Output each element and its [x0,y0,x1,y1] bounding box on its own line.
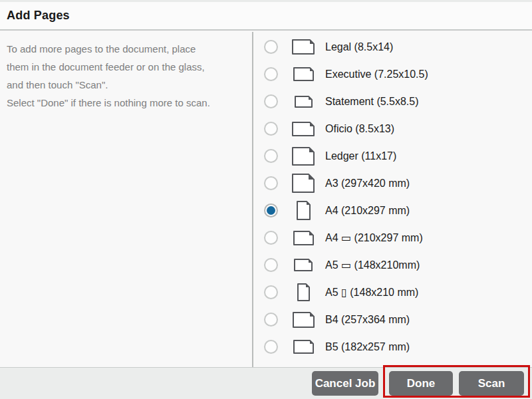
page-landscape-icon [288,147,319,166]
page-landscape-icon [288,39,319,55]
content-area: To add more pages to the document, place… [0,32,532,367]
page-portrait-icon [288,283,319,301]
paper-size-option[interactable]: A5 ▭ (148x210mm) [253,251,532,279]
paper-size-label: A4 (210x297 mm) [325,205,410,217]
instructions-text: and then touch "Scan". [7,76,245,94]
paper-size-option[interactable]: A4 ▭ (210x297 mm) [253,224,532,251]
paper-size-option[interactable]: Statement (5.5x8.5) [253,88,532,115]
paper-size-label: Legal (8.5x14) [325,41,393,53]
paper-size-label: B5 (182x257 mm) [325,341,410,353]
paper-size-label: A4 ▭ (210x297 mm) [325,231,423,244]
page-landscape-icon [288,231,319,245]
radio-unselected[interactable] [264,67,278,81]
radio-selected[interactable] [264,203,278,217]
radio-unselected[interactable] [264,176,278,190]
paper-size-label: Statement (5.5x8.5) [325,96,419,108]
page-landscape-icon [288,67,319,81]
page-landscape-icon [288,259,319,271]
paper-size-label: A5 ▭ (148x210mm) [325,259,420,271]
page-landscape-icon [288,122,319,136]
instructions-text: them in the document feeder or on the gl… [7,58,245,76]
page-title: Add Pages [7,9,70,23]
paper-size-option[interactable]: B5 (182x257 mm) [253,333,532,360]
page-landscape-icon [288,96,319,108]
paper-size-option[interactable]: A5 ▯ (148x210 mm) [253,279,532,306]
paper-size-option[interactable]: Legal (8.5x14) [253,33,532,61]
paper-size-option[interactable]: A3 (297x420 mm) [253,170,532,197]
paper-size-list: Legal (8.5x14)Executive (7.25x10.5)State… [253,32,532,367]
paper-size-option[interactable]: Executive (7.25x10.5) [253,61,532,88]
action-bar: Cancel Job Done Scan [0,367,532,399]
header: Add Pages [0,2,532,31]
page-landscape-icon [288,340,319,354]
paper-size-option[interactable]: B4 (257x364 mm) [253,306,532,333]
page-landscape-icon [288,174,319,193]
radio-unselected[interactable] [264,313,278,327]
add-pages-screen: Add Pages To add more pages to the docum… [0,0,532,399]
paper-size-label: B4 (257x364 mm) [325,314,410,326]
done-button[interactable]: Done [389,371,453,396]
instructions-text: To add more pages to the document, place [7,40,245,58]
paper-size-option[interactable]: Ledger (11x17) [253,142,532,170]
paper-size-option[interactable]: A4 (210x297 mm) [253,197,532,224]
paper-size-option[interactable]: Oficio (8.5x13) [253,115,532,142]
radio-unselected[interactable] [264,40,278,54]
paper-size-label: Ledger (11x17) [325,150,396,162]
page-portrait-icon [288,201,319,220]
radio-unselected[interactable] [264,231,278,245]
radio-unselected[interactable] [264,340,278,354]
radio-unselected[interactable] [264,258,278,272]
instructions-text: Select "Done" if there is nothing more t… [7,94,245,112]
paper-size-option[interactable] [253,360,532,367]
scan-button[interactable]: Scan [459,371,524,396]
paper-size-label: A5 ▯ (148x210 mm) [325,286,418,299]
page-landscape-icon [288,312,319,328]
radio-unselected[interactable] [264,149,278,163]
radio-unselected[interactable] [264,122,278,136]
radio-unselected[interactable] [264,94,278,108]
paper-size-label: Oficio (8.5x13) [325,123,394,135]
radio-dot [267,206,275,215]
radio-unselected[interactable] [264,285,278,299]
instructions-panel: To add more pages to the document, place… [0,32,252,367]
paper-size-label: Executive (7.25x10.5) [325,68,428,80]
cancel-job-button[interactable]: Cancel Job [312,371,378,396]
paper-size-label: A3 (297x420 mm) [325,178,410,190]
